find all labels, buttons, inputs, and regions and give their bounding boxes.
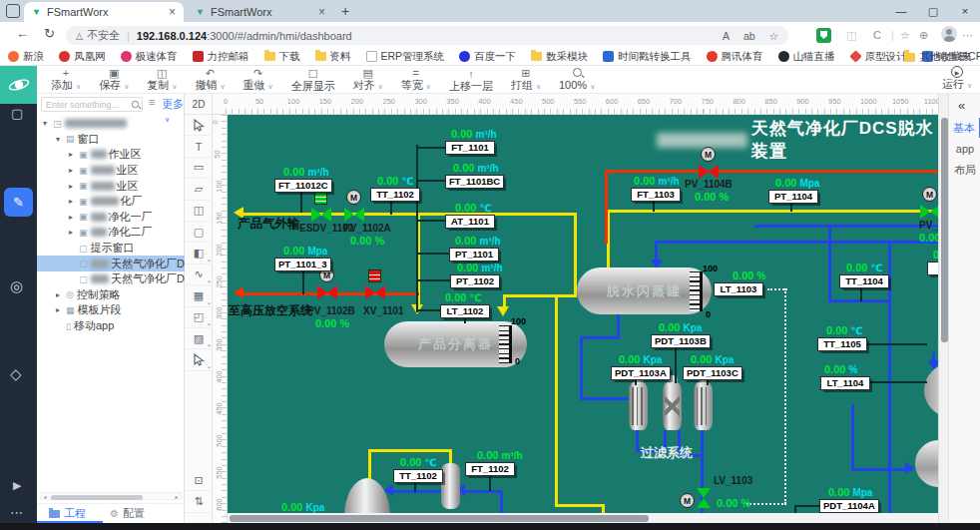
instrument-tag[interactable]: PDT_1103A — [611, 366, 671, 380]
bookmark-item[interactable]: 资料 — [315, 50, 351, 64]
toolbar-button[interactable]: +添加∨ — [42, 66, 90, 94]
table-tool-icon[interactable]: ▦▸ — [185, 285, 213, 306]
tree-item[interactable]: ▢天然气净化厂D — [37, 256, 185, 271]
instrument-tag[interactable]: PT_1102 — [450, 274, 500, 288]
layout-tool-icon[interactable]: ◧▸ — [185, 243, 213, 264]
bookmark-item[interactable]: 原型设计 — [850, 50, 907, 64]
tab-project[interactable]: 工程 — [49, 506, 86, 521]
group-select-tool-icon[interactable]: ▢ — [185, 222, 213, 243]
rect-tool-icon[interactable]: ▭ — [185, 158, 213, 179]
vessel-filter[interactable] — [629, 382, 648, 430]
rail-play-icon[interactable]: ▶ — [13, 479, 21, 492]
vessel-halfcap[interactable]: 脱 — [915, 440, 938, 487]
instrument-tag[interactable]: FT_1102 — [465, 462, 515, 476]
toolbar-button[interactable]: 100%∨ — [550, 66, 604, 94]
instrument-tag[interactable]: PDT_1104A — [819, 499, 879, 513]
toolbar-button[interactable]: =等宽∨ — [392, 66, 440, 94]
search-input[interactable] — [41, 97, 143, 112]
instrument-tag[interactable]: FT_1101BC — [445, 175, 504, 189]
canvas-vscrollbar[interactable] — [938, 94, 948, 523]
tree-item[interactable]: ▸▣净化一厂 — [37, 210, 185, 226]
bookmark-item[interactable]: 百度一下 — [459, 50, 516, 64]
tree-item[interactable]: ▸▣作业区 — [37, 147, 185, 163]
valve-PV_1102A[interactable] — [344, 208, 364, 222]
bookmark-item[interactable]: 极速体育 — [121, 50, 178, 64]
instrument-tag[interactable]: PDT_1103C — [683, 366, 742, 380]
tab-actions-icon[interactable] — [6, 4, 20, 18]
bookmark-item[interactable]: 力控邮箱 — [193, 50, 249, 64]
scrollbar-thumb[interactable] — [230, 515, 649, 522]
list-menu-icon[interactable]: ≡ — [149, 96, 155, 108]
instrument-tag[interactable]: FT_1103 — [631, 188, 681, 202]
expander-icon[interactable]: ▸ — [69, 182, 79, 191]
target-icon[interactable]: ◎ — [10, 277, 23, 295]
instrument-tag[interactable]: FT_11012C — [274, 179, 332, 193]
browser-extension-icon[interactable]: C — [873, 29, 881, 41]
bookmark-item[interactable]: 时间戳转换工具 — [603, 50, 692, 64]
tree-item[interactable]: ▢提示窗口 — [37, 241, 185, 257]
canvas-hscrollbar[interactable] — [228, 513, 938, 523]
tree-item[interactable]: ▸▣业区 — [37, 163, 185, 179]
scroll-right-icon[interactable]: ▸ — [173, 493, 181, 500]
scroll-left-icon[interactable]: ◂ — [41, 493, 49, 500]
bookmark-item[interactable]: 新浪 — [8, 50, 44, 64]
tree-item[interactable]: ▸▣化厂 — [37, 194, 185, 210]
browser-menu-icon[interactable]: ⋯ — [962, 29, 973, 42]
instrument-tag[interactable]: AT_1101 — [445, 215, 495, 229]
instrument-tag[interactable]: PT_1101 — [449, 248, 499, 262]
text-tool-icon[interactable]: T — [185, 136, 213, 157]
hexagon-icon[interactable]: ◇ — [10, 365, 22, 383]
expander-icon[interactable]: ▸ — [69, 228, 79, 237]
url-field[interactable]: △ 不安全 | 192.168.0.124 :3000/#/admin/hmi/… — [66, 26, 788, 45]
instrument-tag[interactable]: LT_1102 — [440, 304, 490, 318]
palette-icon[interactable]: ✎ — [4, 188, 33, 217]
instrument-tag[interactable]: PDT_1103B — [651, 334, 711, 348]
instrument-tag[interactable]: TT_1104 — [839, 274, 889, 288]
instrument-tag[interactable]: TT — [927, 262, 938, 275]
instrument-tag[interactable]: PT_1101_3 — [274, 258, 331, 271]
vessel-filterx[interactable] — [663, 382, 682, 430]
toolbar-button[interactable]: ▣保存∨ — [90, 66, 138, 94]
flip-tool-icon[interactable]: ⇅ — [185, 491, 213, 512]
valve-ESDV_1102[interactable] — [311, 208, 331, 222]
fit-view-tool-icon[interactable]: ⊡ — [185, 470, 213, 491]
split-screen-icon[interactable]: ◫ — [846, 29, 856, 42]
browser-tab-inactive[interactable]: ▼ FSmartWorx × — [188, 2, 333, 22]
toolbar-button[interactable]: ↶撤销∨ — [186, 66, 234, 94]
valve-PV_1104B[interactable] — [699, 165, 719, 179]
vessel-filter[interactable] — [694, 382, 713, 430]
monitor-icon[interactable]: ▢ — [11, 106, 23, 121]
select-tool-icon[interactable] — [185, 115, 213, 136]
bookmark-item[interactable]: 山猫直播 — [778, 50, 835, 64]
translate-icon[interactable]: ab — [743, 30, 755, 42]
expander-icon[interactable]: ▾ — [43, 119, 53, 128]
bookmark-item[interactable]: 数采模块 — [531, 50, 588, 64]
expander-icon[interactable]: ▸ — [56, 305, 66, 314]
app-logo-icon[interactable] — [0, 66, 37, 104]
expander-icon[interactable]: ▸ — [69, 213, 79, 222]
valve-PV_1102B[interactable] — [317, 285, 337, 299]
properties-tab-布局[interactable]: 布局 — [949, 160, 980, 180]
tree-item[interactable]: ▯移动app — [37, 318, 185, 334]
tree-item[interactable]: ▸▦模板片段 — [37, 302, 185, 318]
read-aloud-icon[interactable]: A — [723, 30, 730, 42]
vessel-circle[interactable] — [924, 363, 938, 417]
window-close-button[interactable]: × — [950, 0, 980, 22]
expander-icon[interactable]: ▾ — [56, 135, 66, 144]
scrollbar-thumb[interactable] — [51, 495, 143, 500]
widget-tool-icon[interactable]: ◰▸ — [185, 307, 213, 328]
favorite-star-icon[interactable]: ☆ — [769, 30, 778, 42]
bookmark-item[interactable]: 腾讯体育 — [707, 50, 763, 64]
bookmark-item[interactable]: 凤凰网 — [59, 50, 106, 64]
properties-tab-基本[interactable]: 基本 — [949, 118, 980, 138]
toolbar-button[interactable]: ▤对齐∨ — [344, 66, 392, 94]
extension-shield-icon[interactable] — [816, 28, 831, 43]
window-minimize-button[interactable]: — — [886, 0, 916, 22]
tree-item[interactable]: ▸▣净化二厂 — [37, 225, 185, 241]
tree-item[interactable]: ▾▤窗口 — [37, 132, 185, 148]
rail-more-icon[interactable]: ⋯ — [10, 505, 23, 520]
expander-icon[interactable]: ▸ — [69, 150, 79, 159]
instrument-tag[interactable]: TT_1102 — [370, 188, 420, 202]
browser-tab-active[interactable]: ▼ FSmartWorx × — [24, 2, 184, 22]
valve-LV_1103[interactable] — [697, 488, 711, 508]
